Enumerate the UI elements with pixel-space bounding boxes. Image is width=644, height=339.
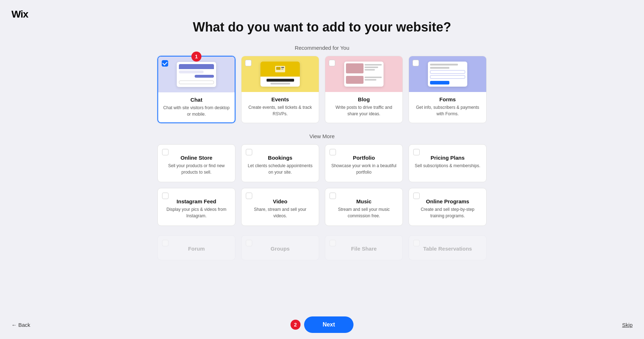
recommended-label: Recommended for You <box>295 45 350 51</box>
checkbox-events[interactable] <box>245 60 252 66</box>
checkbox-online-store[interactable] <box>162 149 169 155</box>
step2-badge: 2 <box>291 320 301 330</box>
checkbox-table-reservations <box>413 240 420 246</box>
checkbox-online-programs[interactable] <box>413 193 420 199</box>
card-table-reservations: Table Reservations <box>409 235 487 260</box>
card-portfolio-desc: Showcase your work in a beautiful portfo… <box>330 163 397 175</box>
bottom-bar: ← Back 2 Next Skip <box>0 310 644 339</box>
checkbox-bookings[interactable] <box>246 149 252 155</box>
recommended-cards-grid: Chat Chat with site visitors from deskto… <box>157 56 487 123</box>
card-video-title: Video <box>247 198 314 204</box>
thumbnail-blog <box>325 56 402 92</box>
back-button[interactable]: ← Back <box>11 322 30 328</box>
checkbox-video[interactable] <box>246 193 252 199</box>
card-music[interactable]: Music Stream and sell your music commiss… <box>325 188 403 226</box>
svg-rect-2 <box>276 67 280 70</box>
card-groups: Groups <box>241 235 319 260</box>
card-blog-desc: Write posts to drive traffic and share y… <box>330 104 397 117</box>
svg-rect-3 <box>281 67 284 68</box>
card-chat-title: Chat <box>163 97 230 103</box>
card-forms-desc: Get info, subscribers & payments with Fo… <box>414 104 481 117</box>
card-blog-title: Blog <box>330 96 397 102</box>
card-file-share-title: File Share <box>330 246 397 252</box>
card-online-programs-desc: Create and sell step-by-step training pr… <box>414 206 481 219</box>
next-button-wrap: 2 Next <box>291 316 354 333</box>
card-forum-title: Forum <box>163 246 230 252</box>
checkbox-groups <box>246 240 252 246</box>
card-online-store-desc: Sell your products or find new products … <box>163 163 230 175</box>
card-events-title: Events <box>247 96 314 102</box>
checkbox-file-share <box>330 240 336 246</box>
checkbox-portfolio[interactable] <box>330 149 336 155</box>
faded-cards-grid: Forum Groups File Share Table Reservatio… <box>157 235 487 260</box>
card-bookings-desc: Let clients schedule appointments on you… <box>247 163 314 175</box>
card-forms-title: Forms <box>414 96 481 102</box>
view-more-cards-grid: Online Store Sell your products or find … <box>157 144 487 226</box>
card-pricing-plans[interactable]: Pricing Plans Sell subscriptions & membe… <box>409 144 487 182</box>
card-portfolio[interactable]: Portfolio Showcase your work in a beauti… <box>325 144 403 182</box>
card-online-store[interactable]: Online Store Sell your products or find … <box>157 144 235 182</box>
card-bookings[interactable]: Bookings Let clients schedule appointmen… <box>241 144 319 182</box>
thumbnail-events <box>241 56 319 92</box>
card-video[interactable]: Video Share, stream and sell your videos… <box>241 188 319 226</box>
next-button[interactable]: Next <box>304 316 354 333</box>
card-online-store-title: Online Store <box>163 155 230 161</box>
checkbox-instagram-feed[interactable] <box>162 193 169 199</box>
card-music-desc: Stream and sell your music commission fr… <box>330 206 397 219</box>
step1-badge: 1 <box>191 52 201 62</box>
card-music-title: Music <box>330 198 397 204</box>
card-events-desc: Create events, sell tickets & track RSVP… <box>247 104 314 117</box>
checkbox-forms[interactable] <box>413 60 419 66</box>
page-title: What do you want to add to your website? <box>193 20 451 35</box>
skip-button[interactable]: Skip <box>622 322 633 328</box>
card-chat[interactable]: Chat Chat with site visitors from deskto… <box>157 56 235 123</box>
card-chat-desc: Chat with site visitors from desktop or … <box>163 105 230 117</box>
card-instagram-feed-desc: Display your pics & videos from Instagra… <box>163 206 230 219</box>
checkbox-pricing-plans[interactable] <box>413 149 420 155</box>
card-table-reservations-title: Table Reservations <box>414 246 481 252</box>
wix-logo: Wix <box>11 9 28 20</box>
card-groups-title: Groups <box>247 246 314 252</box>
card-instagram-feed[interactable]: Instagram Feed Display your pics & video… <box>157 188 235 226</box>
card-file-share: File Share <box>325 235 403 260</box>
card-online-programs-title: Online Programs <box>414 198 481 204</box>
card-forms[interactable]: Forms Get info, subscribers & payments w… <box>409 56 487 123</box>
checkbox-music[interactable] <box>330 193 336 199</box>
checkbox-blog[interactable] <box>329 60 335 66</box>
view-more-label: View More <box>309 133 335 139</box>
card-instagram-feed-title: Instagram Feed <box>163 198 230 204</box>
thumbnail-forms <box>409 56 486 92</box>
card-online-programs[interactable]: Online Programs Create and sell step-by-… <box>409 188 487 226</box>
card-pricing-plans-title: Pricing Plans <box>414 155 481 161</box>
card-forum: Forum <box>157 235 235 260</box>
checkbox-forum <box>162 240 169 246</box>
thumbnail-chat <box>158 57 235 92</box>
svg-rect-4 <box>281 69 283 69</box>
checkbox-chat[interactable] <box>162 60 168 67</box>
card-events[interactable]: Events Create events, sell tickets & tra… <box>241 56 319 123</box>
card-bookings-title: Bookings <box>247 155 314 161</box>
card-portfolio-title: Portfolio <box>330 155 397 161</box>
card-video-desc: Share, stream and sell your videos. <box>247 206 314 219</box>
card-pricing-plans-desc: Sell subscriptions & memberships. <box>414 163 481 169</box>
card-blog[interactable]: Blog Write posts to drive traffic and sh… <box>325 56 403 123</box>
